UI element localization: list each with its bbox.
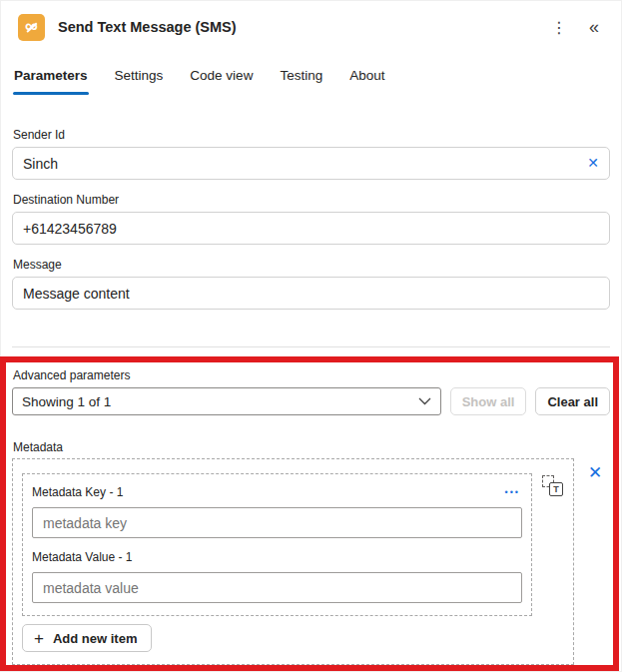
metadata-row: Metadata Key - 1 ••• Metadata Value - 1 …: [12, 458, 610, 665]
advanced-parameters-label: Advanced parameters: [13, 368, 610, 382]
chevron-down-icon: [418, 397, 431, 405]
message-label: Message: [13, 258, 610, 272]
metadata-key-label-row: Metadata Key - 1 •••: [32, 485, 522, 499]
sender-id-label: Sender Id: [13, 128, 610, 142]
tab-settings[interactable]: Settings: [115, 68, 164, 95]
panel-title: Send Text Message (SMS): [58, 19, 237, 35]
metadata-key-label: Metadata Key - 1: [32, 485, 123, 499]
sender-id-input[interactable]: [12, 147, 610, 180]
tab-code-view[interactable]: Code view: [190, 68, 253, 95]
tab-about-label: About: [349, 68, 384, 83]
more-options-icon[interactable]: ⋮: [546, 18, 572, 37]
collapse-panel-icon[interactable]: «: [582, 17, 606, 38]
dropdown-selected-value: Showing 1 of 1: [22, 394, 418, 409]
tab-parameters-label: Parameters: [14, 68, 88, 83]
active-tab-underline: [13, 92, 89, 95]
metadata-value-input[interactable]: [32, 572, 522, 603]
parameters-panel: Sender Id ✕ Destination Number Message A…: [0, 128, 622, 665]
advanced-parameters-row: Showing 1 of 1 Show all Clear all: [12, 387, 610, 415]
text-mode-glyph: T: [549, 482, 563, 496]
panel-header: ∞ Send Text Message (SMS) ⋮ «: [0, 0, 622, 42]
clear-sender-id-icon[interactable]: ✕: [587, 154, 599, 172]
sinch-connector-icon: ∞: [18, 14, 45, 41]
metadata-item-row: Metadata Key - 1 ••• Metadata Value - 1 …: [22, 473, 573, 616]
destination-number-input[interactable]: [12, 212, 610, 245]
tab-parameters[interactable]: Parameters: [14, 68, 88, 95]
tab-testing-label: Testing: [280, 68, 322, 83]
show-all-button[interactable]: Show all: [450, 387, 527, 415]
tab-settings-label: Settings: [115, 68, 164, 83]
tab-bar: Parameters Settings Code view Testing Ab…: [0, 68, 622, 95]
destination-number-field-wrap: [12, 212, 610, 245]
switch-input-mode-column: T: [532, 473, 573, 496]
add-new-item-label: Add new item: [53, 631, 138, 646]
sender-id-field-wrap: ✕: [12, 147, 610, 180]
plus-icon: +: [34, 630, 44, 647]
metadata-value-label: Metadata Value - 1: [32, 550, 133, 564]
message-field-wrap: [12, 277, 610, 310]
advanced-parameters-dropdown[interactable]: Showing 1 of 1: [12, 387, 441, 415]
metadata-item-container: Metadata Key - 1 ••• Metadata Value - 1: [22, 473, 532, 616]
message-input[interactable]: [12, 277, 610, 310]
metadata-label: Metadata: [13, 440, 610, 454]
metadata-value-label-row: Metadata Value - 1: [32, 550, 522, 564]
tab-about[interactable]: About: [349, 68, 384, 95]
remove-metadata-icon[interactable]: ✕: [588, 462, 602, 483]
tab-testing[interactable]: Testing: [280, 68, 322, 95]
metadata-array-container: Metadata Key - 1 ••• Metadata Value - 1 …: [12, 458, 574, 665]
section-divider: [12, 346, 610, 347]
metadata-key-input[interactable]: [32, 507, 522, 538]
clear-all-button[interactable]: Clear all: [535, 387, 610, 415]
destination-number-label: Destination Number: [13, 193, 610, 207]
add-new-item-button[interactable]: + Add new item: [22, 624, 152, 652]
tab-code-view-label: Code view: [190, 68, 253, 83]
item-options-icon[interactable]: •••: [505, 487, 522, 497]
switch-to-raw-array-icon[interactable]: T: [542, 475, 563, 496]
